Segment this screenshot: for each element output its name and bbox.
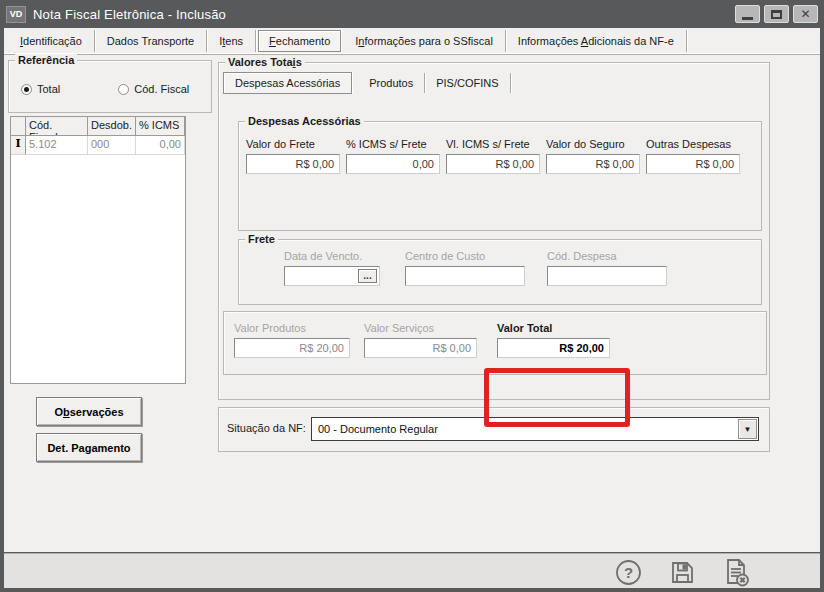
despesas-acessorias-groupbox: Despesas Acessórias Valor do Frete R$ 0,… xyxy=(238,121,762,231)
tab-informacoes-adicionais-nfe[interactable]: Informações Adicionais da NF-e xyxy=(506,30,687,52)
cod-despesa-field: Cód. Despesa xyxy=(547,250,667,286)
minimize-button[interactable] xyxy=(735,5,760,23)
totais-panel: Valor Produtos R$ 20,00 Valor Serviços R… xyxy=(223,311,767,375)
tab-pis-cofins[interactable]: PIS/COFINS xyxy=(425,73,510,93)
tab-produtos[interactable]: Produtos xyxy=(358,73,425,93)
close-icon: ✕ xyxy=(800,8,810,20)
date-browse-button[interactable]: ... xyxy=(358,269,377,283)
situacao-combobox[interactable]: 00 - Documento Regular ▼ xyxy=(311,417,759,441)
chevron-down-icon[interactable]: ▼ xyxy=(738,419,757,439)
referencia-options: Total Cód. Fiscal xyxy=(21,83,189,95)
col-icms[interactable]: % ICMS xyxy=(136,117,185,136)
cell-desdob[interactable]: 000 xyxy=(88,136,136,155)
tab-despesas-acessorias[interactable]: Despesas Acessórias xyxy=(223,72,352,94)
nfe-window: VD Nota Fiscal Eletrônica - Inclusão ✕ I… xyxy=(0,0,824,592)
valor-servicos-input[interactable]: R$ 0,00 xyxy=(364,338,477,358)
valor-seguro-input[interactable]: R$ 0,00 xyxy=(546,154,640,174)
icms-frete-pct-field: % ICMS s/ Frete 0,00 xyxy=(346,138,440,174)
cancel-button[interactable] xyxy=(722,558,750,586)
svg-text:?: ? xyxy=(623,564,632,581)
observacoes-button[interactable]: Observações xyxy=(36,397,142,426)
radio-total[interactable]: Total xyxy=(21,83,60,95)
valor-servicos-field: Valor Serviços R$ 0,00 xyxy=(364,322,477,358)
help-icon: ? xyxy=(615,559,642,586)
centro-custo-field: Centro de Custo xyxy=(405,250,525,286)
main-tabstrip: Identificação Dados Transporte Itens Fec… xyxy=(4,28,820,55)
det-pagamento-button[interactable]: Det. Pagamento xyxy=(36,433,142,462)
titlebar: VD Nota Fiscal Eletrônica - Inclusão ✕ xyxy=(0,0,824,28)
fechamento-panel: Referência Total Cód. Fiscal Cód. Fiscal… xyxy=(4,55,820,552)
fiscal-codes-table[interactable]: Cód. Fiscal Desdob. % ICMS I 5.102 000 0… xyxy=(10,116,186,384)
centro-custo-input[interactable] xyxy=(405,266,525,286)
window-controls: ✕ xyxy=(735,5,818,23)
outras-despesas-field: Outras Despesas R$ 0,00 xyxy=(646,138,740,174)
outras-despesas-input[interactable]: R$ 0,00 xyxy=(646,154,740,174)
window-title: Nota Fiscal Eletrônica - Inclusão xyxy=(33,7,226,22)
tab-dados-transporte[interactable]: Dados Transporte xyxy=(95,30,207,52)
vl-icms-frete-field: Vl. ICMS s/ Frete R$ 0,00 xyxy=(446,138,540,174)
app-icon: VD xyxy=(6,6,26,23)
close-button[interactable]: ✕ xyxy=(793,5,818,23)
help-button[interactable]: ? xyxy=(614,558,642,586)
valores-totais-groupbox: Valores Totais Despesas Acessórias Produ… xyxy=(218,62,770,400)
data-vencto-field: Data de Vencto. ... xyxy=(284,250,380,286)
tab-informacoes-ssfiscal[interactable]: Informações para o SSfiscal xyxy=(343,30,506,52)
cancel-document-icon xyxy=(722,558,750,587)
radio-total-icon xyxy=(21,84,32,95)
footer-bar: ? xyxy=(4,553,820,588)
valor-total-input[interactable]: R$ 20,00 xyxy=(497,338,610,358)
row-selector-ibeam-icon[interactable]: I xyxy=(11,136,26,155)
tab-fechamento[interactable]: Fechamento xyxy=(258,30,341,52)
table-row[interactable]: I 5.102 000 0,00 xyxy=(11,136,185,155)
situacao-value: 00 - Documento Regular xyxy=(312,423,738,435)
vl-icms-frete-input[interactable]: R$ 0,00 xyxy=(446,154,540,174)
valor-frete-input[interactable]: R$ 0,00 xyxy=(246,154,340,174)
table-header-row: Cód. Fiscal Desdob. % ICMS xyxy=(11,117,185,136)
valor-seguro-field: Valor do Seguro R$ 0,00 xyxy=(546,138,640,174)
col-desdob[interactable]: Desdob. xyxy=(88,117,136,136)
situacao-label: Situação da NF: xyxy=(227,422,306,434)
radio-cod-fiscal-icon xyxy=(118,84,129,95)
situacao-groupbox: Situação da NF: 00 - Documento Regular ▼ xyxy=(218,407,770,452)
maximize-button[interactable] xyxy=(764,5,789,23)
data-vencto-input[interactable]: ... xyxy=(284,266,380,286)
valor-frete-field: Valor do Frete R$ 0,00 xyxy=(246,138,340,174)
minimize-icon xyxy=(742,17,753,20)
save-button[interactable] xyxy=(668,558,696,586)
referencia-groupbox: Referência Total Cód. Fiscal xyxy=(8,60,212,113)
referencia-title: Referência xyxy=(15,54,77,66)
valor-total-field: Valor Total R$ 20,00 xyxy=(497,322,610,358)
valores-totais-title: Valores Totais xyxy=(225,56,305,68)
tab-itens[interactable]: Itens xyxy=(207,30,256,52)
icms-frete-pct-input[interactable]: 0,00 xyxy=(346,154,440,174)
save-icon xyxy=(669,559,696,586)
valor-produtos-input[interactable]: R$ 20,00 xyxy=(234,338,350,358)
maximize-icon xyxy=(771,10,782,19)
col-cod-fiscal[interactable]: Cód. Fiscal xyxy=(26,117,88,136)
cell-icms[interactable]: 0,00 xyxy=(136,136,185,155)
cod-despesa-input[interactable] xyxy=(547,266,667,286)
radio-cod-fiscal[interactable]: Cód. Fiscal xyxy=(118,83,189,95)
valor-produtos-field: Valor Produtos R$ 20,00 xyxy=(234,322,350,358)
despesas-acessorias-title: Despesas Acessórias xyxy=(245,115,364,127)
row-selector-header xyxy=(11,117,26,136)
cell-cod-fiscal[interactable]: 5.102 xyxy=(26,136,88,155)
tab-identificacao[interactable]: Identificação xyxy=(8,30,95,52)
valores-tabstrip: Despesas Acessórias Produtos PIS/COFINS xyxy=(223,71,511,95)
frete-groupbox: Frete Data de Vencto. ... Centro de Cust… xyxy=(238,239,762,305)
frete-title: Frete xyxy=(245,233,278,245)
